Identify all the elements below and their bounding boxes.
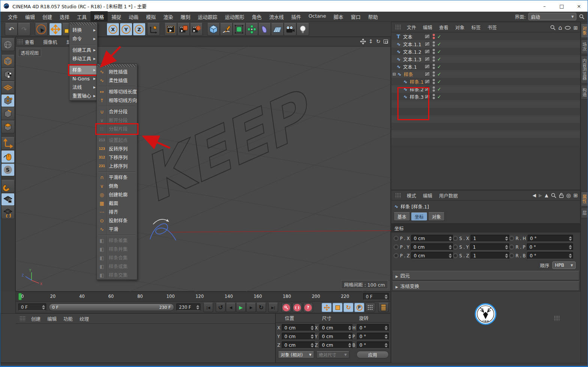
section-header[interactable]: 坐标 xyxy=(391,224,580,233)
move-tool-button[interactable] xyxy=(49,23,62,36)
spline-menu-item[interactable]: ◎ 创建轮廓 xyxy=(97,190,137,199)
history-forward-icon[interactable]: ▶ xyxy=(539,193,542,198)
mesh-menu-item[interactable]: 转换 ▶ xyxy=(69,26,97,35)
apply-button[interactable]: 应用 xyxy=(356,351,389,358)
render-picture-viewer-button[interactable] xyxy=(177,23,190,36)
make-editable-button[interactable] xyxy=(1,38,15,51)
stepper-icon[interactable] xyxy=(348,343,351,348)
visibility-dots[interactable] xyxy=(432,86,435,92)
keyframe-radio[interactable] xyxy=(453,236,458,241)
menu-item[interactable]: 流水线 xyxy=(265,11,287,22)
attribute-tab[interactable]: 基本 xyxy=(394,212,410,221)
menu-item[interactable]: 帮助 xyxy=(364,11,382,22)
polygons-mode-button[interactable] xyxy=(1,121,15,133)
stepper-icon[interactable] xyxy=(568,236,572,241)
stepper-icon[interactable] xyxy=(505,245,508,250)
stepper-icon[interactable] xyxy=(448,236,452,241)
spline-menu-item[interactable]: ∨ 倒角 xyxy=(97,182,137,190)
spline-menu-item[interactable]: 231 上移序列 xyxy=(97,162,137,171)
key-parameter-toggle[interactable]: P xyxy=(354,303,364,312)
key-rotation-toggle[interactable]: ↻ xyxy=(343,303,353,312)
spline-menu-item[interactable]: ▦ 截面 xyxy=(97,199,137,208)
stepper-icon[interactable] xyxy=(505,236,508,241)
frame-field[interactable]: 0 F xyxy=(18,304,46,311)
previous-frame-button[interactable]: ◀ xyxy=(226,303,236,312)
panel-drag-handle[interactable] xyxy=(17,39,23,44)
eye-icon[interactable] xyxy=(565,26,571,30)
play-button[interactable]: ▶ xyxy=(236,303,246,312)
object-tree-row[interactable]: ⊟ T 文本 ✓ xyxy=(391,33,580,40)
spline-menu-item[interactable]: ∪ 合并分段 xyxy=(97,107,137,116)
keyframe-radio[interactable] xyxy=(394,245,399,249)
field-input[interactable]: 0 ° xyxy=(527,243,573,251)
play-loop-button[interactable]: ↻ xyxy=(256,303,266,312)
parent-object-icon[interactable]: ▲ xyxy=(545,193,548,198)
field-input[interactable]: 1 xyxy=(471,252,509,259)
visibility-dots[interactable] xyxy=(432,56,435,62)
keyframe-radio[interactable] xyxy=(394,253,399,258)
key-pla-toggle[interactable] xyxy=(365,303,375,312)
timeline-range-slider[interactable]: 0 F 230 F xyxy=(49,304,174,311)
spline-pen-button[interactable] xyxy=(220,23,233,36)
panel-drag-handle[interactable] xyxy=(395,24,401,30)
keyframe-radio[interactable] xyxy=(453,245,458,249)
spline-menu-item[interactable]: 213 设置起点 xyxy=(97,136,137,145)
keyframe-radio[interactable] xyxy=(509,236,514,241)
object-name[interactable]: 样条.1 xyxy=(410,78,424,85)
coordinate-mode-dropdown[interactable]: 对象 (相对) ▼ xyxy=(278,351,314,358)
spline-menu-item[interactable]: ◧ 样条差集 xyxy=(97,236,137,245)
dock-tab[interactable]: 内容浏览器 xyxy=(581,56,588,83)
spline-menu-item[interactable] xyxy=(97,105,137,107)
layer-color-box[interactable] xyxy=(424,72,430,76)
stepper-icon[interactable] xyxy=(568,245,572,250)
render-settings-button[interactable] xyxy=(190,23,203,36)
enabled-check-icon[interactable]: ✓ xyxy=(437,79,441,85)
menu-item[interactable]: 运动跟踪 xyxy=(194,11,221,22)
layer-color-box[interactable] xyxy=(424,42,430,46)
mesh-menu-item[interactable]: ▶ xyxy=(69,63,97,66)
interface-dropdown[interactable]: 启动 ▼ xyxy=(528,13,576,20)
visibility-dots[interactable] xyxy=(432,34,435,39)
key-scale-toggle[interactable] xyxy=(332,303,343,312)
magnet-snap-button[interactable] xyxy=(1,180,15,193)
stepper-icon[interactable] xyxy=(384,343,388,348)
object-tree-row[interactable]: ⊟ ∿ 文本.1.2 ✓ xyxy=(391,48,580,55)
field-input[interactable]: 0 ° xyxy=(357,333,389,340)
spline-menu-item[interactable]: ◧ 样条合集 xyxy=(97,254,137,262)
subdivision-surface-button[interactable] xyxy=(233,23,245,36)
field-input[interactable]: 0 cm xyxy=(282,324,315,331)
spline-menu-item[interactable]: ↑ 相等切线方向 xyxy=(97,96,137,105)
undo-button[interactable]: ↶ xyxy=(5,23,18,36)
mesh-menu-item[interactable]: ▶ xyxy=(69,43,97,46)
home-icon[interactable]: ⌂ xyxy=(558,24,562,31)
stepper-icon[interactable] xyxy=(310,343,314,348)
panel-menu-item[interactable]: 编辑 xyxy=(420,24,436,31)
mesh-menu-item[interactable]: N-Gons ▶ xyxy=(69,74,97,83)
z-axis-lock-button[interactable]: Z xyxy=(133,23,146,36)
stepper-icon[interactable] xyxy=(448,245,452,250)
model-mode-button[interactable] xyxy=(1,55,15,68)
stepper-icon[interactable] xyxy=(384,334,388,339)
field-input[interactable]: 0 ° xyxy=(357,341,389,349)
dock-tab[interactable]: 构造 xyxy=(581,85,588,100)
field-input[interactable]: 0 cm xyxy=(282,341,315,349)
object-name[interactable]: 文本.1.2 xyxy=(403,48,421,55)
menu-item[interactable]: 捕捉 xyxy=(108,11,125,22)
panel-menu-item[interactable]: 文件 xyxy=(403,24,420,31)
spline-menu-item[interactable]: ⋯ 排齐 xyxy=(97,208,137,216)
panel-menu-item[interactable]: 功能 xyxy=(60,315,76,322)
end-frame-field[interactable]: 230 F xyxy=(176,304,200,311)
coordinate-system-button[interactable] xyxy=(147,23,160,36)
visibility-dots[interactable] xyxy=(432,71,435,77)
menu-item[interactable]: 动画 xyxy=(125,11,142,22)
field-input[interactable]: 0 cm xyxy=(282,333,315,340)
current-frame-spinner[interactable]: 0 F xyxy=(363,293,389,300)
mesh-menu-item[interactable]: 样条 ▶ xyxy=(69,66,97,74)
spline-menu-item[interactable] xyxy=(97,234,137,236)
object-tree-row[interactable]: ⊟ ∿ 样条 ✓ xyxy=(391,70,580,78)
order-dropdown[interactable]: HPB ▼ xyxy=(552,261,576,269)
layer-color-box[interactable] xyxy=(424,57,430,61)
menu-item[interactable]: 雕刻 xyxy=(177,11,194,22)
object-type-icon[interactable]: ∿ xyxy=(403,79,410,85)
spline-menu-item[interactable]: 312 下移序列 xyxy=(97,153,137,162)
